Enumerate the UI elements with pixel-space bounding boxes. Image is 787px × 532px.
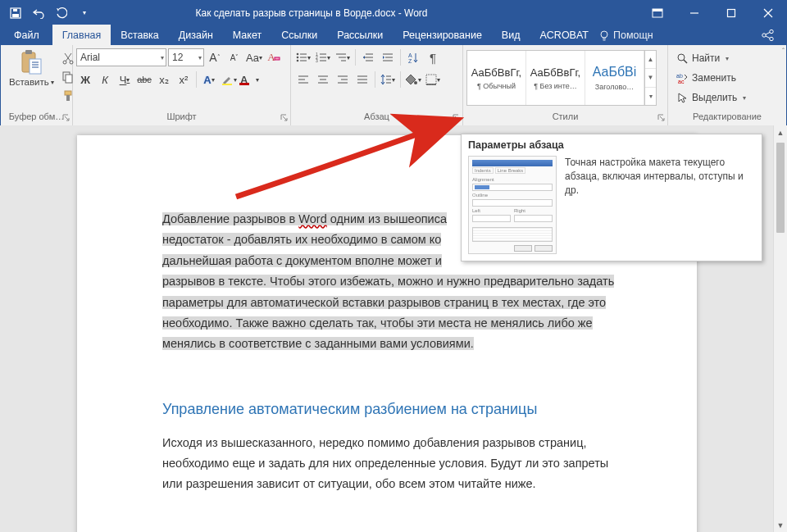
svg-point-12 — [762, 33, 766, 36]
increase-indent-button[interactable] — [379, 48, 397, 66]
font-color-button[interactable]: A▾ — [239, 70, 260, 89]
group-clipboard-label: Буфер обм… — [9, 111, 64, 121]
tab-view[interactable]: Вид — [492, 25, 530, 45]
close-icon[interactable] — [749, 1, 786, 25]
window-controls — [639, 1, 786, 25]
save-icon[interactable] — [7, 5, 24, 21]
tab-acrobat[interactable]: ACROBAT — [530, 25, 598, 45]
scroll-thumb[interactable] — [776, 143, 785, 233]
group-font-label: Шрифт — [166, 111, 196, 121]
group-editing-label: Редактирование — [693, 111, 762, 121]
multilevel-list-button[interactable]: ▾ — [334, 48, 352, 66]
line-spacing-button[interactable]: ▾ — [379, 70, 397, 89]
shading-button[interactable]: ▾ — [404, 70, 422, 89]
svg-rect-18 — [25, 50, 32, 54]
collapse-ribbon-icon[interactable]: ˆ — [782, 47, 785, 55]
body-paragraph-2: Исходя из вышесказанного, нередко помимо… — [162, 433, 631, 495]
change-case-button[interactable]: Aa▾ — [245, 48, 263, 66]
select-button[interactable]: Выделить▾ — [671, 89, 751, 107]
strikethrough-button[interactable]: abc — [135, 70, 153, 89]
styles-gallery[interactable]: АаБбВвГг, ¶ Обычный АаБбВвГг, ¶ Без инте… — [466, 50, 657, 106]
find-button[interactable]: Найти▾ — [671, 49, 751, 67]
tab-review[interactable]: Рецензирование — [393, 25, 492, 45]
align-left-button[interactable] — [294, 70, 312, 89]
qat-customize-icon[interactable]: ▾ — [76, 5, 93, 21]
tab-home[interactable]: Главная — [52, 25, 111, 45]
styles-expand[interactable]: ▾ — [645, 88, 656, 105]
tab-mailings[interactable]: Рассылки — [327, 25, 393, 45]
redo-icon[interactable] — [53, 5, 70, 21]
replace-icon: abac — [676, 72, 688, 84]
superscript-button[interactable]: x² — [175, 70, 193, 89]
svg-rect-31 — [275, 57, 280, 60]
scroll-up-icon[interactable]: ▲ — [774, 125, 787, 139]
svg-rect-19 — [30, 59, 41, 74]
vertical-scrollbar[interactable]: ▲ ▼ — [773, 125, 787, 532]
text-effects-button[interactable]: A▾ — [200, 70, 218, 89]
replace-button[interactable]: abac Заменить — [671, 69, 751, 87]
title-bar: ▾ Как сделать разрыв страницы в Ворде.do… — [1, 1, 786, 25]
highlight-button[interactable]: ▾ — [220, 70, 238, 89]
style-heading[interactable]: АаБбВі Заголово… — [585, 51, 644, 105]
cursor-icon — [676, 92, 688, 103]
font-dialog-launcher[interactable] — [279, 112, 289, 122]
account-area[interactable] — [535, 6, 634, 20]
tell-me[interactable]: Помощн — [598, 25, 658, 45]
svg-line-16 — [766, 36, 770, 39]
align-right-button[interactable] — [334, 70, 352, 89]
show-marks-button[interactable]: ¶ — [424, 48, 442, 66]
svg-rect-6 — [727, 9, 735, 16]
decrease-indent-button[interactable] — [359, 48, 377, 66]
align-center-button[interactable] — [314, 70, 332, 89]
group-paragraph: ▾ 123▾ ▾ AZ ¶ ▾ ▾ ▾ Абза — [291, 45, 463, 125]
minimize-icon[interactable] — [676, 1, 712, 25]
italic-button[interactable]: К — [96, 70, 114, 89]
tell-me-label: Помощн — [613, 30, 653, 41]
group-styles-label: Стили — [553, 111, 579, 121]
tab-insert[interactable]: Вставка — [111, 25, 168, 45]
styles-scroll-down[interactable]: ▼ — [645, 69, 656, 87]
borders-button[interactable]: ▾ — [424, 70, 442, 89]
style-no-spacing[interactable]: АаБбВвГг, ¶ Без инте… — [526, 51, 585, 105]
svg-point-34 — [297, 53, 299, 56]
svg-line-23 — [65, 53, 71, 61]
tab-design[interactable]: Дизайн — [169, 25, 223, 45]
share-button[interactable] — [750, 25, 786, 45]
bold-button[interactable]: Ж — [76, 70, 94, 89]
undo-icon[interactable] — [30, 5, 47, 21]
svg-text:ac: ac — [678, 79, 685, 84]
paragraph-dialog-launcher[interactable] — [451, 112, 461, 122]
svg-text:3: 3 — [316, 58, 318, 62]
svg-rect-73 — [426, 75, 436, 84]
ribbon-display-options-icon[interactable] — [639, 1, 676, 25]
font-name-combo[interactable]: Arial▾ — [76, 48, 166, 66]
numbering-button[interactable]: 123▾ — [314, 48, 332, 66]
tab-references[interactable]: Ссылки — [271, 25, 327, 45]
bullets-button[interactable]: ▾ — [294, 48, 312, 66]
svg-line-24 — [66, 53, 71, 61]
paste-button[interactable]: Вставить▾ — [4, 48, 59, 87]
font-size-combo[interactable]: 12▾ — [168, 48, 204, 66]
styles-dialog-launcher[interactable] — [656, 112, 666, 122]
sort-button[interactable]: AZ — [404, 48, 422, 66]
style-normal[interactable]: АаБбВвГг, ¶ Обычный — [467, 51, 526, 105]
svg-point-13 — [770, 30, 773, 33]
maximize-icon[interactable] — [712, 1, 749, 25]
tab-file[interactable]: Файл — [1, 25, 52, 45]
grow-font-button[interactable]: A˄ — [206, 48, 224, 66]
styles-scroll-up[interactable]: ▲ — [645, 51, 656, 69]
paste-icon — [18, 49, 44, 75]
clear-formatting-button[interactable]: A — [265, 48, 283, 66]
shrink-font-button[interactable]: A˅ — [225, 48, 243, 66]
tab-layout[interactable]: Макет — [223, 25, 271, 45]
svg-rect-30 — [66, 95, 70, 101]
underline-button[interactable]: Ч▾ — [116, 70, 134, 89]
svg-rect-28 — [66, 75, 72, 83]
paste-label: Вставить — [9, 77, 49, 87]
clipboard-dialog-launcher[interactable] — [61, 112, 71, 122]
svg-text:A: A — [408, 52, 412, 58]
subscript-button[interactable]: x₂ — [155, 70, 173, 89]
document-title: Как сделать разрыв страницы в Ворде.docx… — [93, 7, 530, 19]
justify-button[interactable] — [353, 70, 371, 89]
scroll-down-icon[interactable]: ▼ — [774, 518, 787, 532]
